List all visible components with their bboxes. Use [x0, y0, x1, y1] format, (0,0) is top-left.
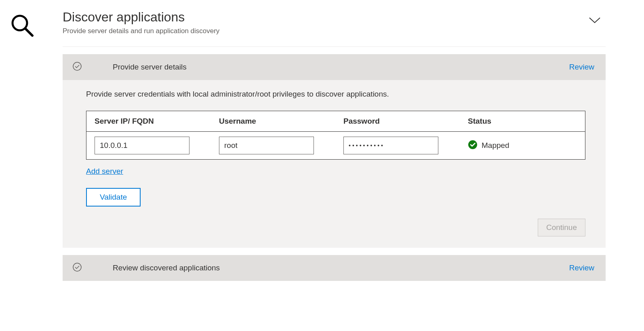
success-check-icon — [468, 140, 478, 151]
check-circle-icon — [72, 262, 82, 274]
server-ip-input[interactable] — [95, 137, 189, 154]
search-icon[interactable] — [10, 32, 35, 39]
username-input[interactable] — [219, 137, 314, 154]
continue-button[interactable]: Continue — [538, 219, 585, 236]
page-subtitle: Provide server details and run applicati… — [63, 27, 219, 35]
provide-server-details-section: Provide server details Review Provide se… — [63, 54, 606, 248]
section-header-review: Review discovered applications Review — [63, 255, 606, 281]
page-title: Discover applications — [63, 10, 219, 25]
review-link-review[interactable]: Review — [569, 264, 594, 272]
table-row: Mapped — [86, 132, 585, 159]
status-text: Mapped — [482, 141, 509, 150]
svg-point-2 — [73, 62, 81, 70]
chevron-down-icon[interactable] — [589, 17, 601, 26]
validate-button[interactable]: Validate — [86, 188, 141, 207]
column-header-username: Username — [219, 117, 343, 126]
section-header-provide: Provide server details Review — [63, 54, 606, 80]
section-title-provide: Provide server details — [113, 63, 569, 72]
review-link-provide[interactable]: Review — [569, 63, 594, 72]
column-header-password: Password — [343, 117, 468, 126]
password-input[interactable] — [343, 137, 438, 154]
column-header-status: Status — [468, 117, 577, 126]
review-discovered-section: Review discovered applications Review — [63, 255, 606, 281]
check-circle-icon — [72, 61, 82, 73]
add-server-link[interactable]: Add server — [86, 167, 123, 176]
svg-line-1 — [25, 29, 32, 36]
section-title-review: Review discovered applications — [113, 264, 569, 272]
server-credentials-table: Server IP/ FQDN Username Password Status — [86, 111, 585, 160]
page-header: Discover applications Provide server det… — [63, 10, 606, 47]
svg-point-3 — [468, 140, 477, 149]
status-cell: Mapped — [468, 140, 577, 151]
table-header-row: Server IP/ FQDN Username Password Status — [86, 111, 585, 132]
column-header-ip: Server IP/ FQDN — [95, 117, 219, 126]
instruction-text: Provide server credentials with local ad… — [86, 90, 585, 99]
svg-point-4 — [73, 263, 81, 271]
